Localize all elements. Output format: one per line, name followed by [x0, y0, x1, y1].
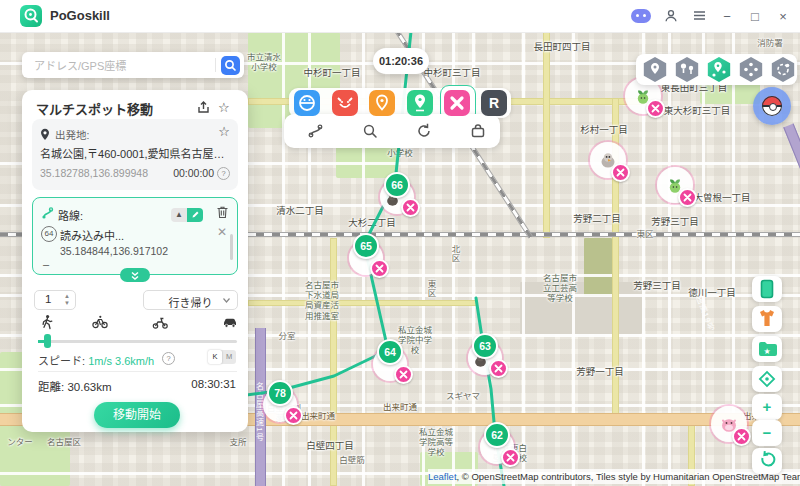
bike-speed-icon[interactable] [92, 314, 108, 330]
account-icon[interactable] [662, 8, 680, 26]
departure-coords: 35.182788,136.899948 [40, 167, 148, 179]
cosmetics-shirt-button[interactable] [752, 306, 782, 332]
titlebar: PoGoskill − □ × [0, 0, 800, 33]
spot-number: 65 [353, 233, 379, 259]
departure-card: 出発地: ☆ 名城公園,〒460-0001,愛知県名古屋市中... 35.182… [32, 119, 238, 190]
route-scrollbar[interactable] [230, 234, 233, 260]
spot-marker-62[interactable]: 62 [477, 422, 517, 464]
waypoint-coords: 35.184844,136.917102 [60, 245, 168, 257]
speed-slider-track[interactable] [38, 340, 237, 343]
departure-pin-icon [39, 127, 51, 140]
departure-time: 00:00:00 [173, 167, 214, 179]
attribution-text: , © OpenStreetMap contributors, Tiles st… [457, 471, 800, 482]
zoom-out-button[interactable]: − [752, 420, 782, 446]
remove-spot-icon[interactable] [370, 259, 389, 278]
search-input[interactable] [32, 55, 216, 77]
discord-icon[interactable] [631, 9, 651, 23]
remove-spot-icon[interactable] [394, 365, 413, 384]
search-button[interactable] [221, 56, 240, 75]
route-tool-icon[interactable] [307, 122, 325, 140]
waypoint-index-badge: 64 [41, 226, 57, 242]
share-icon[interactable] [196, 100, 211, 115]
pokeball-float-button[interactable] [753, 87, 791, 125]
route-label: 路線: [58, 207, 83, 223]
remove-pokemon-icon[interactable] [611, 163, 630, 182]
remove-spot-icon[interactable] [501, 448, 520, 467]
speed-help-icon[interactable]: ? [162, 352, 175, 365]
waypoint-remove-icon[interactable]: ✕ [217, 225, 227, 239]
app-title: PoGoskill [50, 8, 110, 23]
pokemon-marker-chansey[interactable] [711, 406, 747, 442]
pin-green-app-icon[interactable] [407, 90, 433, 116]
minimize-button[interactable]: − [718, 8, 736, 26]
car-speed-icon[interactable] [222, 314, 238, 330]
spot-marker-63[interactable]: 63 [465, 333, 505, 375]
remove-pokemon-icon[interactable] [678, 188, 697, 207]
unit-km[interactable]: K [208, 350, 222, 364]
pokemon-marker-sprout[interactable] [657, 167, 693, 203]
map-attribution: Leaflet, © OpenStreetMap contributors, T… [428, 469, 800, 484]
route-card: 路線: ▲ 64 読み込み中... ✕ 35.184844,136.917102… [32, 197, 238, 275]
departure-star-icon[interactable]: ☆ [218, 124, 230, 139]
speed-label: スピード: [38, 355, 85, 367]
delete-route-icon[interactable] [216, 205, 229, 219]
spot-marker-64[interactable]: 64 [370, 339, 410, 381]
svg-text:★: ★ [763, 347, 770, 356]
pogoskill-logo-icon [20, 5, 42, 27]
route-edit-mode-icon[interactable] [187, 208, 203, 222]
device-button[interactable] [752, 276, 782, 302]
collection-folder-button[interactable]: ★ [752, 336, 782, 362]
pokeball-app-icon[interactable] [294, 90, 320, 116]
maximize-button[interactable]: □ [746, 8, 764, 26]
elapsed-timer: 01:20:36 [373, 48, 429, 74]
pokemon-marker-bird[interactable] [590, 142, 626, 178]
spot-number: 62 [484, 422, 510, 448]
route-icon [41, 206, 55, 220]
zoom-in-button[interactable]: + [752, 394, 782, 420]
route-edit-toggle[interactable]: ▲ [171, 208, 203, 222]
trip-mode-select[interactable]: 行き帰り [143, 290, 238, 310]
refresh-tool-icon[interactable] [415, 122, 433, 140]
loop-count-stepper[interactable]: 1 ▲▼ [34, 290, 76, 310]
waypoint-loading-text: 読み込み中... [60, 227, 124, 243]
speed-slider-handle[interactable] [44, 334, 51, 348]
reset-view-button[interactable] [752, 448, 782, 474]
help-icon[interactable]: ? [217, 167, 230, 180]
spot-marker-65[interactable]: 65 [346, 233, 386, 275]
start-move-button[interactable]: 移動開始 [94, 402, 180, 428]
close-button[interactable]: × [774, 8, 792, 26]
zoom-search-tool-icon[interactable] [361, 122, 379, 140]
stepper-arrows-icon[interactable]: ▲▼ [64, 293, 70, 307]
panel-title: マルチスポット移動 [36, 99, 153, 118]
spot-number: 64 [377, 339, 403, 365]
bag-tool-icon[interactable] [469, 122, 487, 140]
spot-marker-66[interactable]: 66 [377, 172, 417, 214]
favorite-list-icon[interactable]: ☆ [218, 100, 233, 115]
remove-spot-icon[interactable] [401, 198, 420, 217]
scooter-speed-icon[interactable] [152, 314, 168, 330]
chevron-down-icon [223, 298, 230, 303]
route-view-mode-icon[interactable]: ▲ [171, 208, 187, 222]
remove-pokemon-icon[interactable] [646, 99, 665, 118]
spot-marker-78[interactable]: 78 [260, 380, 300, 422]
spot-number: 66 [384, 172, 410, 198]
multi-spot-panel: マルチスポット移動 ☆ 出発地: ☆ 名城公園,〒460-0001,愛知県名古屋… [22, 90, 248, 432]
unit-toggle[interactable]: K M [208, 350, 236, 364]
unit-mi[interactable]: M [222, 350, 236, 364]
remove-spot-icon[interactable] [489, 359, 508, 378]
leaflet-link[interactable]: Leaflet [428, 471, 457, 482]
monster-app-icon[interactable] [332, 90, 358, 116]
tools-pink-app-icon-selected[interactable] [444, 90, 470, 116]
pogoskill-window: 中杉町一丁目中杉町三丁目長田町四丁目市立大杉 小学校東長田町三丁目東大杉町三丁目… [0, 0, 800, 486]
spot-number: 78 [267, 380, 293, 406]
remove-spot-icon[interactable] [284, 406, 303, 425]
walk-speed-icon[interactable] [39, 314, 55, 330]
remove-pokemon-icon[interactable] [732, 427, 751, 446]
duration-value: 08:30:31 [191, 378, 236, 390]
pin-orange-app-icon[interactable] [369, 90, 395, 116]
r-app-icon[interactable]: R [481, 90, 507, 116]
center-location-button[interactable] [752, 366, 782, 392]
speed-value: 1m/s 3.6km/h [88, 355, 154, 367]
expand-route-button[interactable] [120, 268, 150, 282]
menu-icon[interactable] [690, 8, 708, 26]
